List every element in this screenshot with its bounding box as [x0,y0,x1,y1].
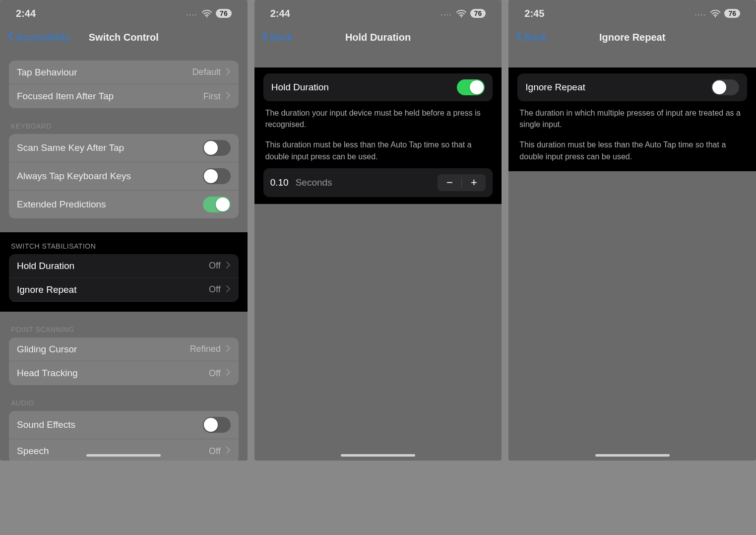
phone-switch-control: 2:44 .... 76 Accessibility Switch Contro… [0,0,248,461]
cellular-dots-icon: .... [187,11,198,16]
nav-bar: Back Ignore Repeat [508,25,756,50]
row-head-tracking[interactable]: Head Tracking Off [9,361,239,385]
toggle-sound-effects[interactable] [203,417,231,433]
wifi-icon [456,10,466,17]
row-hold-duration-toggle[interactable]: Hold Duration [263,73,493,101]
cell-label: Always Tap Keyboard Keys [17,171,203,182]
cell-label: Hold Duration [17,261,209,271]
chevron-left-icon [261,31,268,44]
status-bar: 2:44 .... 76 [254,0,502,25]
cell-value: Refined [190,344,221,354]
status-bar: 2:44 .... 76 [0,0,248,25]
cell-value: Off [209,261,221,271]
home-indicator[interactable] [341,454,415,457]
group-header-audio: AUDIO [11,399,237,407]
chevron-left-icon [7,31,14,44]
phone-hold-duration: 2:44 .... 76 Back Hold Duration Hold Dur… [254,0,502,461]
chevron-left-icon [515,31,522,44]
stepper-increment-button[interactable]: + [462,174,486,191]
back-label: Accessibility [16,32,70,43]
cell-label: Sound Effects [17,419,203,430]
toggle-always-tap-keyboard[interactable] [203,168,231,184]
cellular-dots-icon: .... [441,11,452,16]
home-indicator[interactable] [86,454,161,457]
toggle-extended-predictions[interactable] [203,197,231,212]
nav-bar: Accessibility Switch Control [0,25,248,50]
cell-value: First [203,91,221,102]
cell-value: Default [192,67,221,77]
row-speech[interactable]: Speech Off [9,439,239,461]
chevron-right-icon [226,446,231,457]
toggle-hold-duration[interactable] [457,79,485,95]
row-stepper-seconds: 0.10 Seconds − + [263,168,493,197]
cell-value: Off [209,446,221,457]
wifi-icon [710,10,720,17]
chevron-right-icon [226,261,231,271]
cell-label: Extended Predictions [17,199,203,210]
cell-label: Head Tracking [17,368,209,379]
row-tap-behaviour[interactable]: Tap Behaviour Default [9,61,239,84]
row-scan-same-key-after-tap[interactable]: Scan Same Key After Tap [9,134,239,162]
row-ignore-repeat-toggle[interactable]: Ignore Repeat [517,73,747,101]
row-gliding-cursor[interactable]: Gliding Cursor Refined [9,337,239,361]
cellular-dots-icon: .... [695,11,706,16]
row-focused-item-after-tap[interactable]: Focused Item After Tap First [9,84,239,108]
cell-label: Tap Behaviour [17,67,192,78]
group-header-keyboard: KEYBOARD [11,122,237,130]
cell-label: Scan Same Key After Tap [17,142,203,153]
cell-label: Ignore Repeat [17,284,209,295]
status-time: 2:44 [270,8,290,19]
battery-indicator: 76 [216,9,232,18]
status-bar: 2:45 .... 76 [508,0,756,25]
row-sound-effects[interactable]: Sound Effects [9,411,239,439]
back-label: Back [524,32,546,43]
group-header-switch-stabilisation: SWITCH STABILISATION [11,242,237,250]
battery-indicator: 76 [724,9,740,18]
back-button[interactable]: Back [261,31,292,44]
battery-indicator: 76 [470,9,486,18]
chevron-right-icon [226,284,231,295]
stepper-decrement-button[interactable]: − [438,174,461,191]
nav-bar: Back Hold Duration [254,25,502,50]
row-extended-predictions[interactable]: Extended Predictions [9,191,239,218]
group-header-point-scanning: POINT SCANNING [11,326,237,334]
row-hold-duration[interactable]: Hold Duration Off [9,254,239,278]
footer-text-2: This duration must be less than the Auto… [254,130,502,162]
toggle-scan-same-key[interactable] [203,140,231,156]
chevron-right-icon [226,91,231,102]
status-time: 2:45 [524,8,544,19]
scroll-content[interactable]: Tap Behaviour Default Focused Item After… [0,50,248,461]
cell-value: Off [209,284,221,295]
home-indicator[interactable] [595,454,670,457]
chevron-right-icon [226,344,231,355]
toggle-ignore-repeat[interactable] [711,79,739,95]
footer-text-2: This duration must be less than the Auto… [508,130,756,164]
stepper-unit: Seconds [296,177,438,188]
row-always-tap-keyboard-keys[interactable]: Always Tap Keyboard Keys [9,162,239,191]
back-button[interactable]: Back [515,31,546,44]
status-time: 2:44 [16,8,36,19]
stepper-value: 0.10 [270,177,289,188]
phone-ignore-repeat: 2:45 .... 76 Back Ignore Repeat Ignore R… [508,0,756,461]
back-button[interactable]: Accessibility [7,31,70,44]
wifi-icon [202,10,212,17]
chevron-right-icon [226,368,231,379]
stepper-control: − + [438,174,486,191]
cell-value: Off [209,368,221,379]
cell-label: Hold Duration [271,82,457,93]
cell-label: Gliding Cursor [17,344,190,355]
footer-text-1: The duration in which multiple presses o… [508,101,756,130]
row-ignore-repeat[interactable]: Ignore Repeat Off [9,278,239,302]
cell-label: Focused Item After Tap [17,91,203,102]
footer-text-1: The duration your input device must be h… [254,101,502,130]
back-label: Back [270,32,292,43]
cell-label: Ignore Repeat [525,82,711,93]
chevron-right-icon [226,67,231,78]
